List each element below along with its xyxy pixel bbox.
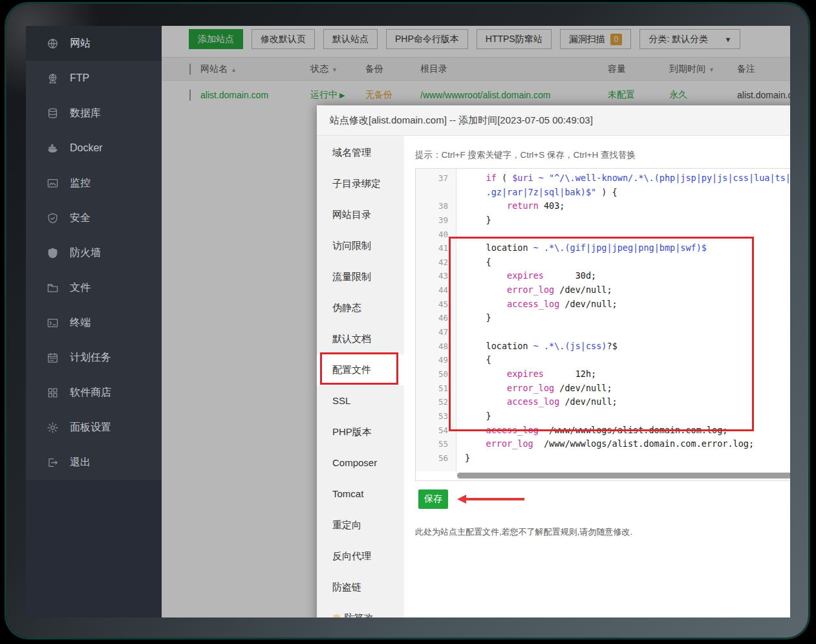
config-code-editor[interactable]: 37 if ( $uri ~ "^/\.well-known/.*\.(php|… [415, 168, 790, 481]
main-content: 添加站点修改默认页默认站点PHP命令行版本HTTPS防窜站漏洞扫描0分类: 默认… [162, 26, 790, 617]
code-token: access_log [507, 299, 559, 309]
code-line[interactable]: 52 access_log /dev/null; [416, 395, 790, 409]
code-token: 30d; [544, 270, 596, 281]
line-number: 56 [416, 451, 456, 466]
site-edit-modal: 站点修改[alist.domain.com] -- 添加时间[2023-07-0… [317, 105, 790, 617]
docker-whale-icon [46, 142, 59, 155]
code-line[interactable]: 55 error_log /www/wwwlogs/alist.domain.c… [416, 437, 790, 451]
sidebar-item-cron[interactable]: 计划任务 [26, 340, 162, 375]
line-content: error_log /dev/null; [456, 283, 612, 297]
code-line[interactable]: 42 { [416, 255, 790, 270]
sidebar-item-website[interactable]: 网站 [26, 26, 162, 61]
code-line[interactable]: 46 } [416, 311, 790, 325]
code-line[interactable]: 48 location ~ .*\.(js|css)?$ [416, 339, 790, 354]
sidebar-item-files[interactable]: 文件 [26, 270, 162, 305]
monitor-chart-icon [46, 177, 59, 189]
modal-tab-php-version[interactable]: PHP版本 [317, 416, 404, 447]
line-number: 45 [416, 297, 456, 312]
code-line[interactable]: 41 location ~ .*\.(gif|jpg|jpeg|png|bmp|… [416, 241, 790, 255]
modal-tab-label: 防盗链 [332, 581, 361, 592]
line-number: 39 [416, 213, 456, 228]
modal-tab-label: 域名管理 [332, 147, 371, 158]
modal-tab-domain-manage[interactable]: 域名管理 [317, 137, 404, 168]
panel-screen: 网站FTP数据库Docker监控安全防火墙文件终端计划任务软件商店面板设置退出 … [26, 26, 790, 617]
ftp-globe-icon [46, 72, 59, 85]
code-line[interactable]: 44 error_log /dev/null; [416, 283, 790, 297]
modal-tab-label: 伪静态 [332, 302, 361, 313]
code-token [465, 299, 507, 309]
config-file-panel: 提示：Ctrl+F 搜索关键字，Ctrl+S 保存，Ctrl+H 查找替换 37… [404, 136, 790, 617]
sidebar-item-ftp[interactable]: FTP [26, 61, 162, 96]
modal-tab-access-limit[interactable]: 访问限制 [317, 230, 404, 261]
hscroll-thumb[interactable] [457, 473, 790, 478]
line-number: 51 [416, 381, 456, 396]
modal-tab-traffic-limit[interactable]: 流量限制 [317, 261, 404, 292]
modal-tab-subdir-bind[interactable]: 子目录绑定 [317, 168, 404, 199]
sidebar-item-monitor[interactable]: 监控 [26, 166, 162, 200]
sidebar-item-label: 监控 [70, 177, 91, 190]
code-line[interactable]: 39 } [416, 213, 790, 228]
code-line[interactable]: 38 return 403; [416, 199, 790, 213]
code-token: ~ [533, 341, 539, 351]
sidebar-item-label: Docker [70, 142, 103, 154]
code-line[interactable]: 40 [416, 228, 790, 242]
code-line[interactable]: 37 if ( $uri ~ "^/\.well-known/.*\.(php|… [416, 171, 790, 186]
code-line[interactable]: 54 access_log /www/wwwlogs/alist.domain.… [416, 424, 790, 438]
modal-tab-config-file[interactable]: 配置文件 [317, 354, 404, 385]
line-number: 50 [416, 367, 456, 381]
line-content [456, 228, 465, 242]
sidebar-item-firewall[interactable]: 防火墙 [26, 235, 162, 270]
code-token: return [507, 200, 539, 211]
modal-tab-default-doc[interactable]: 默认文档 [317, 323, 404, 354]
sidebar-item-app-store[interactable]: 软件商店 [26, 375, 162, 410]
modal-tab-site-dir[interactable]: 网站目录 [317, 199, 404, 230]
line-content: if ( $uri ~ "^/\.well-known/.*\.(php|jsp… [456, 171, 790, 186]
code-line[interactable]: 53 } [416, 409, 790, 424]
code-line[interactable]: 45 access_log /dev/null; [416, 297, 790, 312]
sidebar-item-terminal[interactable]: 终端 [26, 305, 162, 340]
code-line[interactable]: .gz|rar|7z|sql|bak)$" ) { [416, 186, 790, 200]
modal-tab-url-rewrite[interactable]: 伪静态 [317, 292, 404, 323]
modal-tab-tomcat[interactable]: Tomcat [317, 478, 404, 510]
line-number: 46 [416, 311, 456, 325]
code-line[interactable]: 47 [416, 325, 790, 339]
code-token: } [465, 215, 491, 225]
code-line[interactable]: 50 expires 12h; [416, 367, 790, 381]
line-content: error_log /dev/null; [456, 381, 612, 396]
save-row: 保存 [415, 489, 790, 509]
modal-tab-reverse-proxy[interactable]: 反向代理 [317, 541, 404, 572]
modal-tab-tamper-proof[interactable]: ♛防篡改 [317, 603, 404, 617]
modal-tab-composer[interactable]: Composer [317, 447, 404, 478]
modal-tab-anti-leech[interactable]: 防盗链 [317, 572, 404, 603]
sidebar-item-logout[interactable]: 退出 [26, 445, 162, 480]
line-number: 52 [416, 395, 456, 409]
modal-tab-ssl[interactable]: SSL [317, 385, 404, 416]
code-line[interactable]: 43 expires 30d; [416, 269, 790, 283]
sidebar-item-database[interactable]: 数据库 [26, 96, 162, 131]
code-token [465, 173, 486, 183]
line-content: error_log /www/wwwlogs/alist.domain.com.… [456, 437, 754, 451]
editor-hscrollbar[interactable] [456, 472, 790, 480]
line-content: } [456, 451, 470, 466]
editor-lines: 37 if ( $uri ~ "^/\.well-known/.*\.(php|… [416, 171, 790, 471]
code-token: location [465, 341, 533, 351]
save-button[interactable]: 保存 [418, 489, 448, 509]
modal-tab-label: SSL [332, 395, 350, 406]
line-content: { [456, 255, 491, 270]
sidebar-item-panel-settings[interactable]: 面板设置 [26, 410, 162, 445]
line-content: expires 30d; [456, 269, 596, 283]
sidebar-item-docker[interactable]: Docker [26, 131, 162, 166]
code-line[interactable]: 49 { [416, 353, 790, 367]
modal-tab-label: 默认文档 [332, 333, 371, 344]
code-line[interactable]: 51 error_log /dev/null; [416, 381, 790, 396]
editor-hint: 提示：Ctrl+F 搜索关键字，Ctrl+S 保存，Ctrl+H 查找替换 [415, 149, 790, 161]
code-token: /dev/null; [554, 383, 612, 393]
code-line[interactable]: 56} [416, 451, 790, 466]
sidebar-item-security[interactable]: 安全 [26, 200, 162, 235]
code-token: ?$ [607, 341, 617, 351]
line-content: expires 12h; [456, 367, 596, 381]
modal-tab-redirect[interactable]: 重定向 [317, 510, 404, 541]
code-token: } [465, 453, 470, 463]
code-token: .*\.(gif|jpg|jpeg|png|bmp|swf)$ [544, 242, 707, 253]
line-number: 41 [416, 241, 456, 255]
